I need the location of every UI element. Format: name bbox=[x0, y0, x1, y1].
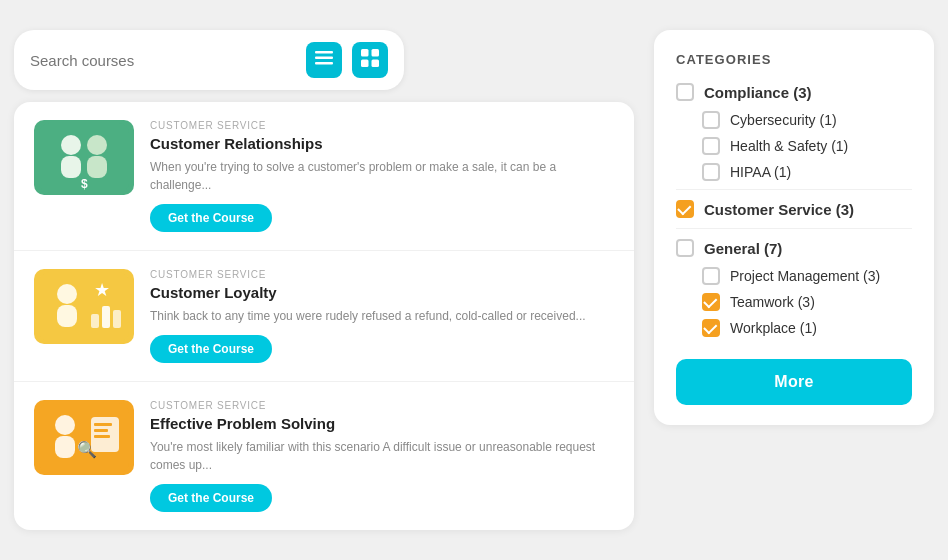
svg-rect-4 bbox=[372, 49, 380, 57]
svg-rect-23 bbox=[94, 429, 108, 432]
project-mgmt-label: Project Management (3) bbox=[730, 268, 880, 284]
category-general[interactable]: General (7) bbox=[676, 239, 912, 257]
teamwork-label: Teamwork (3) bbox=[730, 294, 815, 310]
course-card: ★ CUSTOMER SERVICE Customer Loyalty Thin… bbox=[14, 251, 634, 382]
svg-rect-11 bbox=[87, 156, 107, 178]
project-mgmt-checkbox[interactable] bbox=[702, 267, 720, 285]
categories-title: CATEGORIES bbox=[676, 52, 912, 67]
svg-rect-6 bbox=[372, 60, 380, 68]
search-bar bbox=[14, 30, 404, 90]
course-info: CUSTOMER SERVICE Effective Problem Solvi… bbox=[150, 400, 614, 512]
course-title: Customer Loyalty bbox=[150, 284, 614, 301]
course-info: CUSTOMER SERVICE Customer Relationships … bbox=[150, 120, 614, 232]
grid-view-icon bbox=[361, 49, 379, 71]
category-cybersecurity[interactable]: Cybersecurity (1) bbox=[702, 111, 912, 129]
svg-point-25 bbox=[55, 415, 75, 435]
list-view-icon bbox=[315, 51, 333, 69]
hipaa-checkbox[interactable] bbox=[702, 163, 720, 181]
course-thumbnail: $ bbox=[34, 120, 134, 195]
category-hipaa[interactable]: HIPAA (1) bbox=[702, 163, 912, 181]
svg-rect-2 bbox=[315, 62, 333, 65]
course-card: $ CUSTOMER SERVICE Customer Relationship… bbox=[14, 102, 634, 251]
category-compliance[interactable]: Compliance (3) bbox=[676, 83, 912, 101]
compliance-label: Compliance (3) bbox=[704, 84, 812, 101]
svg-rect-17 bbox=[102, 306, 110, 328]
general-checkbox[interactable] bbox=[676, 239, 694, 257]
cybersecurity-label: Cybersecurity (1) bbox=[730, 112, 837, 128]
svg-rect-15 bbox=[57, 305, 77, 327]
svg-rect-26 bbox=[55, 436, 75, 458]
svg-rect-13 bbox=[39, 272, 129, 342]
svg-rect-16 bbox=[91, 314, 99, 328]
category-workplace[interactable]: Workplace (1) bbox=[702, 319, 912, 337]
teamwork-checkbox[interactable] bbox=[702, 293, 720, 311]
get-course-button[interactable]: Get the Course bbox=[150, 484, 272, 512]
svg-text:★: ★ bbox=[94, 280, 110, 300]
course-title: Customer Relationships bbox=[150, 135, 614, 152]
main-container: $ CUSTOMER SERVICE Customer Relationship… bbox=[14, 30, 934, 530]
svg-text:$: $ bbox=[81, 177, 88, 191]
svg-point-10 bbox=[87, 135, 107, 155]
courses-list: $ CUSTOMER SERVICE Customer Relationship… bbox=[14, 102, 634, 530]
grid-view-button[interactable] bbox=[352, 42, 388, 78]
course-category: CUSTOMER SERVICE bbox=[150, 120, 614, 131]
customer-service-checkbox[interactable] bbox=[676, 200, 694, 218]
general-section: General (7) Project Management (3) Teamw… bbox=[676, 239, 912, 337]
category-health-safety[interactable]: Health & Safety (1) bbox=[702, 137, 912, 155]
svg-point-8 bbox=[61, 135, 81, 155]
course-title: Effective Problem Solving bbox=[150, 415, 614, 432]
svg-rect-1 bbox=[315, 57, 333, 60]
customer-service-section: Customer Service (3) bbox=[676, 200, 912, 218]
svg-rect-22 bbox=[94, 423, 112, 426]
left-panel: $ CUSTOMER SERVICE Customer Relationship… bbox=[14, 30, 634, 530]
course-thumbnail: 🔍 bbox=[34, 400, 134, 475]
workplace-label: Workplace (1) bbox=[730, 320, 817, 336]
general-label: General (7) bbox=[704, 240, 782, 257]
category-project-mgmt[interactable]: Project Management (3) bbox=[702, 267, 912, 285]
compliance-section: Compliance (3) Cybersecurity (1) Health … bbox=[676, 83, 912, 181]
compliance-checkbox[interactable] bbox=[676, 83, 694, 101]
category-customer-service[interactable]: Customer Service (3) bbox=[676, 200, 912, 218]
course-description: Think back to any time you were rudely r… bbox=[150, 307, 614, 325]
svg-rect-18 bbox=[113, 310, 121, 328]
course-description: When you're trying to solve a customer's… bbox=[150, 158, 614, 194]
more-button[interactable]: More bbox=[676, 359, 912, 405]
categories-panel: CATEGORIES Compliance (3) Cybersecurity … bbox=[654, 30, 934, 425]
course-category: CUSTOMER SERVICE bbox=[150, 400, 614, 411]
svg-text:🔍: 🔍 bbox=[77, 440, 97, 459]
divider bbox=[676, 189, 912, 190]
search-input[interactable] bbox=[30, 52, 296, 69]
get-course-button[interactable]: Get the Course bbox=[150, 204, 272, 232]
customer-service-label: Customer Service (3) bbox=[704, 201, 854, 218]
cybersecurity-checkbox[interactable] bbox=[702, 111, 720, 129]
course-card: 🔍 CUSTOMER SERVICE Effective Problem Sol… bbox=[14, 382, 634, 530]
list-view-button[interactable] bbox=[306, 42, 342, 78]
svg-rect-24 bbox=[94, 435, 110, 438]
workplace-checkbox[interactable] bbox=[702, 319, 720, 337]
svg-point-14 bbox=[57, 284, 77, 304]
hipaa-label: HIPAA (1) bbox=[730, 164, 791, 180]
health-safety-label: Health & Safety (1) bbox=[730, 138, 848, 154]
course-category: CUSTOMER SERVICE bbox=[150, 269, 614, 280]
course-thumbnail: ★ bbox=[34, 269, 134, 344]
divider bbox=[676, 228, 912, 229]
get-course-button[interactable]: Get the Course bbox=[150, 335, 272, 363]
course-info: CUSTOMER SERVICE Customer Loyalty Think … bbox=[150, 269, 614, 363]
health-safety-checkbox[interactable] bbox=[702, 137, 720, 155]
course-description: You're most likely familiar with this sc… bbox=[150, 438, 614, 474]
svg-rect-0 bbox=[315, 51, 333, 54]
svg-rect-9 bbox=[61, 156, 81, 178]
svg-rect-3 bbox=[361, 49, 369, 57]
category-teamwork[interactable]: Teamwork (3) bbox=[702, 293, 912, 311]
svg-rect-5 bbox=[361, 60, 369, 68]
